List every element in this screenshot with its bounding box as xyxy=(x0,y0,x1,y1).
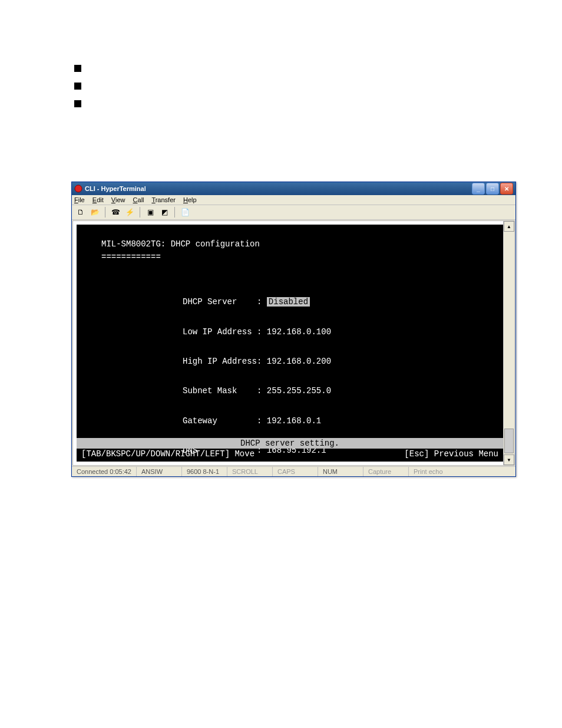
status-scroll: SCROLL xyxy=(227,467,273,476)
menu-help[interactable]: Help xyxy=(183,196,197,203)
subnet-value[interactable]: 255.255.255.0 xyxy=(267,386,331,396)
statusbar: Connected 0:05:42 ANSIW 9600 8-N-1 SCROL… xyxy=(72,466,515,476)
terminal[interactable]: MIL-SM8002TG: DHCP configuration =======… xyxy=(77,225,503,462)
menu-file[interactable]: File xyxy=(74,196,85,203)
receive-icon[interactable]: ◩ xyxy=(159,207,170,218)
subnet-label: Subnet Mask : xyxy=(183,386,262,396)
scroll-thumb[interactable] xyxy=(504,429,514,453)
terminal-footer: [TAB/BKSPC/UP/DOWN/RIGHT/LEFT] Move [Esc… xyxy=(77,447,503,460)
scrollbar[interactable]: ▲ ▼ xyxy=(503,221,514,465)
separator xyxy=(105,207,105,218)
menu-view[interactable]: View xyxy=(111,196,125,203)
new-icon[interactable]: 🗋 xyxy=(75,207,86,218)
bullet-list xyxy=(74,65,81,118)
separator xyxy=(174,207,175,218)
open-icon[interactable]: 📂 xyxy=(90,207,100,218)
svg-point-0 xyxy=(75,185,82,192)
dhcp-server-label: DHCP Server : xyxy=(183,297,262,307)
toolbar: 🗋 📂 ☎ ⚡ ▣ ◩ 📄 xyxy=(72,205,515,220)
status-caps: CAPS xyxy=(273,467,318,476)
low-ip-label: Low IP Address : xyxy=(183,327,262,337)
status-emulation: ANSIW xyxy=(137,467,182,476)
terminal-underline: ============ xyxy=(77,251,503,263)
low-ip-value[interactable]: 192.168.0.100 xyxy=(267,327,331,337)
minimize-button[interactable]: _ xyxy=(472,183,485,195)
close-button[interactable]: ✕ xyxy=(500,183,513,195)
menu-edit[interactable]: Edit xyxy=(92,196,104,203)
gateway-label: Gateway : xyxy=(183,416,262,426)
scroll-up-icon[interactable]: ▲ xyxy=(504,221,514,232)
footer-nav-hint: [TAB/BKSPC/UP/DOWN/RIGHT/LEFT] Move xyxy=(81,447,254,460)
status-num: NUM xyxy=(318,467,363,476)
menu-transfer[interactable]: Transfer xyxy=(151,196,176,203)
hyperterminal-window: CLI - HyperTerminal _ □ ✕ File Edit View… xyxy=(71,182,516,477)
call-icon[interactable]: ☎ xyxy=(110,207,121,218)
menubar: File Edit View Call Transfer Help xyxy=(72,195,515,205)
properties-icon[interactable]: 📄 xyxy=(180,207,190,218)
high-ip-label: High IP Address: xyxy=(183,357,262,366)
terminal-body: DHCP Server : Disabled Low IP Address : … xyxy=(77,264,503,462)
scroll-down-icon[interactable]: ▼ xyxy=(504,454,514,465)
content-area: MIL-SM8002TG: DHCP configuration =======… xyxy=(72,220,515,466)
high-ip-value[interactable]: 192.168.0.200 xyxy=(267,357,331,366)
status-print-echo: Print echo xyxy=(409,467,454,476)
status-capture: Capture xyxy=(363,467,409,476)
status-port: 9600 8-N-1 xyxy=(182,467,227,476)
gateway-value[interactable]: 192.168.0.1 xyxy=(267,416,321,426)
status-connected: Connected 0:05:42 xyxy=(72,467,137,476)
separator xyxy=(140,207,140,218)
menu-call[interactable]: Call xyxy=(133,196,144,203)
terminal-header: MIL-SM8002TG: DHCP configuration xyxy=(77,238,503,251)
maximize-button[interactable]: □ xyxy=(486,183,499,195)
footer-esc-hint: [Esc] Previous Menu xyxy=(404,447,498,460)
titlebar[interactable]: CLI - HyperTerminal _ □ ✕ xyxy=(72,182,515,195)
window-title: CLI - HyperTerminal xyxy=(85,185,472,192)
disconnect-icon[interactable]: ⚡ xyxy=(124,207,135,218)
bullet-icon xyxy=(74,65,81,72)
bullet-icon xyxy=(74,100,81,107)
dhcp-server-value[interactable]: Disabled xyxy=(267,297,310,307)
app-icon xyxy=(74,185,82,193)
send-icon[interactable]: ▣ xyxy=(145,207,156,218)
bullet-icon xyxy=(74,83,81,90)
